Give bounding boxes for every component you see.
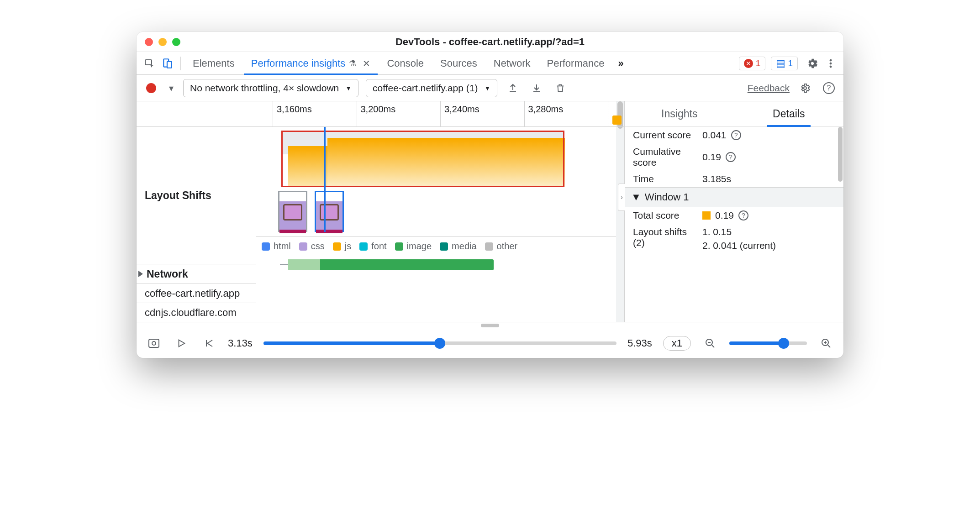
request-bar-download[interactable] (320, 259, 494, 270)
svg-point-3 (830, 59, 832, 61)
error-count-badge[interactable]: ✕ 1 (739, 57, 766, 70)
import-icon[interactable] (528, 80, 545, 96)
tab-network[interactable]: Network (486, 52, 538, 74)
main-area: Layout Shifts Network coffee-cart.netlif… (137, 101, 843, 322)
panel-tabs: Elements Performance insights ⚗ ✕ Consol… (137, 52, 843, 75)
cls-event[interactable] (327, 138, 565, 187)
legend-label: html (274, 241, 291, 252)
tab-performance-insights[interactable]: Performance insights ⚗ ✕ (244, 52, 378, 74)
tab-details[interactable]: Details (734, 101, 844, 126)
legend-label: js (345, 241, 351, 252)
chevron-right-icon (138, 271, 143, 277)
close-tab-icon[interactable]: ✕ (363, 58, 370, 69)
minimize-window-button[interactable] (158, 38, 167, 46)
zoom-slider[interactable] (729, 341, 807, 345)
legend-label: font (371, 241, 386, 252)
throttling-dropdown[interactable]: No network throttling, 4× slowdown ▼ (183, 79, 358, 97)
help-icon[interactable]: ? (821, 80, 837, 96)
screenshot-thumbnail[interactable] (315, 191, 344, 232)
playback-bar: 3.13s 5.93s x1 (137, 329, 843, 358)
zoom-out-icon[interactable] (702, 335, 718, 352)
legend-swatch-media (440, 242, 448, 251)
legend-label: css (311, 241, 325, 252)
layout-shifts-label: Layout Shifts (137, 127, 256, 264)
details-tabs: Insights Details (625, 101, 843, 127)
marker-flag-icon[interactable] (612, 116, 622, 125)
ruler-tick: 3,200ms (357, 101, 441, 126)
request-bar-queue[interactable] (288, 259, 320, 270)
resource-legend: html css js font image media other (256, 236, 624, 256)
experiment-icon: ⚗ (349, 58, 356, 68)
layout-shift-item[interactable]: 2. 0.041 (current) (702, 240, 776, 251)
help-icon[interactable]: ? (731, 130, 741, 140)
session-value: coffee-cart.netlify.app (1) (373, 83, 478, 94)
layout-shift-item[interactable]: 1. 0.15 (702, 226, 732, 237)
window-section-header[interactable]: ▼ Window 1 (625, 187, 843, 207)
divider (180, 57, 181, 70)
network-host-row[interactable]: coffee-cart.netlify.app (137, 284, 256, 303)
inspect-element-icon[interactable] (141, 55, 158, 72)
svg-rect-2 (167, 61, 172, 68)
tab-elements[interactable]: Elements (185, 52, 242, 74)
time-ruler[interactable]: 3,160ms 3,200ms 3,240ms 3,280ms (256, 101, 624, 127)
rewind-button[interactable] (200, 335, 217, 352)
legend-label: image (407, 241, 432, 252)
feedback-link[interactable]: Feedback (748, 83, 790, 94)
chevron-down-icon: ▼ (631, 191, 641, 203)
kv-key: Layout shifts (2) (633, 226, 697, 248)
record-menu-caret[interactable]: ▾ (167, 80, 176, 96)
kv-value: 0.19 (715, 210, 734, 221)
kv-layout-shifts: Layout shifts (2) 1. 0.15 2. 0.041 (curr… (625, 224, 843, 254)
visibility-icon[interactable] (146, 335, 162, 352)
tab-console[interactable]: Console (379, 52, 431, 74)
kv-value: 0.041 (702, 130, 727, 141)
tab-sources[interactable]: Sources (433, 52, 485, 74)
session-dropdown[interactable]: coffee-cart.netlify.app (1) ▼ (366, 79, 497, 97)
network-label: Network (147, 268, 188, 280)
record-button[interactable] (143, 80, 159, 96)
tab-insights[interactable]: Insights (625, 101, 734, 126)
delete-icon[interactable] (552, 80, 569, 96)
play-button[interactable] (173, 335, 190, 352)
panel-settings-icon[interactable] (797, 80, 813, 96)
screenshot-thumbnail[interactable] (278, 191, 307, 232)
playhead-slider[interactable] (263, 341, 616, 345)
timeline-area[interactable]: 3,160ms 3,200ms 3,240ms 3,280ms (256, 101, 624, 322)
playhead-start-time: 3.13s (228, 337, 253, 349)
network-waterfall[interactable] (256, 256, 624, 292)
horizontal-scroll-puck[interactable] (137, 322, 843, 329)
panel-expand-handle[interactable]: › (618, 184, 625, 211)
export-icon[interactable] (505, 80, 521, 96)
kebab-menu-icon[interactable] (822, 55, 839, 72)
details-scrollbar[interactable] (838, 127, 843, 182)
message-count-badge[interactable]: ▤ 1 (771, 57, 798, 70)
score-swatch-icon (702, 211, 711, 220)
playback-speed-button[interactable]: x1 (663, 336, 691, 351)
legend-swatch-html (262, 242, 270, 251)
zoom-in-icon[interactable] (818, 335, 834, 352)
network-section-toggle[interactable]: Network (137, 264, 256, 284)
devtools-window: DevTools - coffee-cart.netlify.app/?ad=1… (137, 32, 843, 358)
device-toggle-icon[interactable] (159, 55, 176, 72)
titlebar: DevTools - coffee-cart.netlify.app/?ad=1 (137, 32, 843, 52)
insights-toolbar: ▾ No network throttling, 4× slowdown ▼ c… (137, 75, 843, 101)
kv-key: Cumulative score (633, 146, 697, 168)
chevron-down-icon: ▼ (345, 84, 352, 92)
network-host-row[interactable]: cdnjs.cloudflare.com (137, 303, 256, 322)
help-icon[interactable]: ? (738, 210, 748, 220)
window-title: DevTools - coffee-cart.netlify.app/?ad=1 (395, 36, 585, 48)
ruler-tick: 3,240ms (440, 101, 524, 126)
tab-label: Performance insights (251, 58, 346, 69)
close-window-button[interactable] (145, 38, 153, 46)
window-controls (145, 38, 180, 46)
kv-key: Total score (633, 210, 697, 221)
layout-shift-track[interactable] (256, 127, 624, 236)
help-icon[interactable]: ? (726, 152, 736, 162)
ruler-tick: 3,160ms (273, 101, 357, 126)
playhead[interactable] (324, 127, 326, 232)
maximize-window-button[interactable] (172, 38, 180, 46)
more-tabs-icon[interactable]: » (618, 58, 623, 69)
settings-icon[interactable] (804, 55, 821, 72)
tab-performance[interactable]: Performance (540, 52, 612, 74)
message-icon: ▤ (776, 59, 785, 68)
